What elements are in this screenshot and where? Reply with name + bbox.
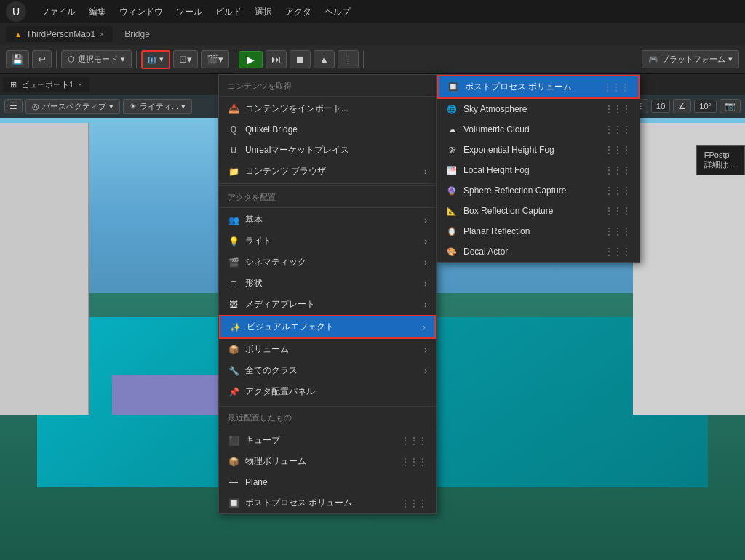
perspective-button[interactable]: ◎ パースペクティブ ▾ xyxy=(25,99,120,114)
sub-menu-exponential-fog[interactable]: 🌫 Exponential Height Fog ⋮⋮⋮ xyxy=(437,140,640,160)
add-content-icon: ⊞ xyxy=(148,54,156,65)
sub-menu-post-process[interactable]: 🔲 ポストプロセス ボリューム ⋮⋮⋮ xyxy=(437,75,640,99)
tooltip: FPostp 詳細は ... xyxy=(696,145,745,175)
bridge-tab[interactable]: Bridge xyxy=(116,26,159,42)
camera-button[interactable]: 🎬▾ xyxy=(201,50,229,68)
visual-effects-arrow: › xyxy=(423,322,426,332)
menu-actor-panel[interactable]: 📌 アクタ配置パネル xyxy=(219,381,436,402)
post-process-label: ポストプロセス ボリューム xyxy=(465,81,572,93)
angle-icon[interactable]: ∠ xyxy=(673,99,691,113)
planar-reflection-icon: 🪞 xyxy=(446,225,458,237)
actor-panel-icon: 📌 xyxy=(228,386,239,398)
skip-button[interactable]: ⏭ xyxy=(266,50,287,68)
planar-reflection-label: Planar Reflection xyxy=(463,226,530,236)
quixel-icon: Q xyxy=(228,124,239,135)
viewport-tab-close[interactable]: × xyxy=(78,81,82,89)
menu-media[interactable]: 🖼 メディアプレート › xyxy=(219,294,436,315)
menu-file[interactable]: ファイル xyxy=(35,4,81,20)
tooltip-detail: 詳細は ... xyxy=(704,159,737,170)
sub-menu-sphere-reflection[interactable]: 🔮 Sphere Reflection Capture ⋮⋮⋮ xyxy=(437,180,640,201)
light-arrow: › xyxy=(424,236,427,247)
menu-all-classes[interactable]: 🔧 全てのクラス › xyxy=(219,360,436,381)
lighting-label: ライティ... xyxy=(140,101,178,112)
snap-button[interactable]: ⊡▾ xyxy=(173,50,198,68)
menu-post-process-volume-recent[interactable]: 🔲 ポストプロセス ボリューム ⋮⋮⋮ xyxy=(219,492,436,513)
media-icon: 🖼 xyxy=(228,299,239,311)
import-label: コンテンツをインポート... xyxy=(245,103,348,115)
marketplace-label: Unrealマーケットプレイス xyxy=(245,144,349,156)
menu-tools[interactable]: ツール xyxy=(170,4,208,20)
volumetric-cloud-icon: ☁ xyxy=(446,124,458,135)
sub-menu-local-fog[interactable]: 🌁 Local Height Fog ⋮⋮⋮ xyxy=(437,160,640,180)
history-button[interactable]: ↩ xyxy=(32,50,52,68)
select-mode-button[interactable]: ⬡ 選択モード ▾ xyxy=(61,50,132,68)
menu-plane[interactable]: — Plane xyxy=(219,472,436,492)
launch-button[interactable]: ▲ xyxy=(314,50,335,68)
divider-4 xyxy=(219,404,436,404)
menu-actor[interactable]: アクタ xyxy=(279,4,317,20)
select-mode-icon: ⬡ xyxy=(68,55,75,64)
exponential-fog-label: Exponential Height Fog xyxy=(463,145,554,155)
menu-quixel[interactable]: Q Quixel Bridge xyxy=(219,119,436,140)
cinematic-label: シネマティック xyxy=(245,256,306,268)
sub-menu-volumetric-cloud[interactable]: ☁ Volumetric Cloud ⋮⋮⋮ xyxy=(437,119,640,140)
sub-menu-box-reflection[interactable]: 📐 Box Reflection Capture ⋮⋮⋮ xyxy=(437,201,640,221)
local-fog-dots: ⋮⋮⋮ xyxy=(605,165,631,175)
menu-help[interactable]: ヘルプ xyxy=(319,4,356,20)
menu-volume[interactable]: 📦 ボリューム › xyxy=(219,339,436,360)
post-process-recent-label: ポストプロセス ボリューム xyxy=(245,497,352,509)
main-toolbar: 💾 ↩ ⬡ 選択モード ▾ ⊞ ▾ ⊡▾ 🎬▾ ▶ ⏭ ⏹ ▲ ⋮ 🎮 プラット… xyxy=(0,45,745,74)
play-button[interactable]: ▶ xyxy=(239,51,263,68)
sphere-reflection-icon: 🔮 xyxy=(446,185,458,196)
decal-actor-label: Decal Actor xyxy=(463,247,508,257)
volumetric-cloud-label: Volumetric Cloud xyxy=(463,124,530,135)
menu-build[interactable]: ビルド xyxy=(210,4,247,20)
exponential-fog-icon: 🌫 xyxy=(446,144,458,156)
content-browser-label: コンテンツ ブラウザ xyxy=(245,165,326,177)
viewport-tab-item[interactable]: ⊞ ビューポート1 × xyxy=(3,77,89,92)
sub-menu-decal-actor[interactable]: 🎨 Decal Actor ⋮⋮⋮ xyxy=(437,241,640,262)
map-tab[interactable]: ▲ ThirdPersonMap1 × xyxy=(6,26,113,42)
decal-actor-icon: 🎨 xyxy=(446,246,458,257)
menu-marketplace[interactable]: U Unrealマーケットプレイス xyxy=(219,140,436,161)
content-browser-icon: 📁 xyxy=(228,166,239,177)
sphere-reflection-dots: ⋮⋮⋮ xyxy=(605,185,631,196)
all-classes-label: 全てのクラス xyxy=(245,364,298,377)
menu-import[interactable]: 📥 コンテンツをインポート... xyxy=(219,98,436,119)
exponential-fog-dots: ⋮⋮⋮ xyxy=(605,145,631,155)
angle-value: 10° xyxy=(694,100,717,113)
ue-logo-icon: U xyxy=(6,1,26,22)
menu-basic[interactable]: 👥 基本 › xyxy=(219,209,436,231)
shape-arrow: › xyxy=(424,279,427,289)
more-button[interactable]: ⋮ xyxy=(338,50,359,68)
divider-3 xyxy=(219,207,436,208)
map-tab-title: ThirdPersonMap1 xyxy=(26,29,95,39)
map-tab-close[interactable]: × xyxy=(100,31,104,39)
viewport-hamburger[interactable]: ☰ xyxy=(4,99,23,113)
add-content-arrow: ▾ xyxy=(159,55,164,64)
volume-label: ボリューム xyxy=(245,343,289,356)
basic-label: 基本 xyxy=(245,214,263,226)
camera-speed-icon[interactable]: 📷 xyxy=(720,99,741,113)
menu-edit[interactable]: 編集 xyxy=(83,4,112,20)
menu-cinematic[interactable]: 🎬 シネマティック › xyxy=(219,252,436,273)
platform-arrow: ▾ xyxy=(728,55,733,64)
menu-content-browser[interactable]: 📁 コンテンツ ブラウザ › xyxy=(219,161,436,182)
menu-light[interactable]: 💡 ライト › xyxy=(219,231,436,252)
basic-icon: 👥 xyxy=(228,215,239,226)
menu-physics-volume[interactable]: 📦 物理ボリューム ⋮⋮⋮ xyxy=(219,451,436,472)
quixel-label: Quixel Bridge xyxy=(245,124,298,135)
sub-menu-planar-reflection[interactable]: 🪞 Planar Reflection ⋮⋮⋮ xyxy=(437,221,640,241)
save-button[interactable]: 💾 xyxy=(6,50,29,68)
add-content-button[interactable]: ⊞ ▾ xyxy=(141,50,170,69)
stop-button[interactable]: ⏹ xyxy=(290,50,311,68)
menu-select[interactable]: 選択 xyxy=(249,4,278,20)
lighting-button[interactable]: ☀ ライティ... ▾ xyxy=(123,99,192,114)
plane-icon: — xyxy=(228,476,239,488)
menu-visual-effects[interactable]: ✨ ビジュアルエフェクト › xyxy=(219,315,436,339)
sub-menu-sky-atmosphere[interactable]: 🌐 Sky Atmosphere ⋮⋮⋮ xyxy=(437,99,640,119)
menu-window[interactable]: ウィンドウ xyxy=(113,4,169,20)
menu-shape[interactable]: ◻ 形状 › xyxy=(219,273,436,294)
platform-button[interactable]: 🎮 プラットフォーム ▾ xyxy=(642,50,739,68)
menu-cube[interactable]: ⬛ キューブ ⋮⋮⋮ xyxy=(219,430,436,451)
